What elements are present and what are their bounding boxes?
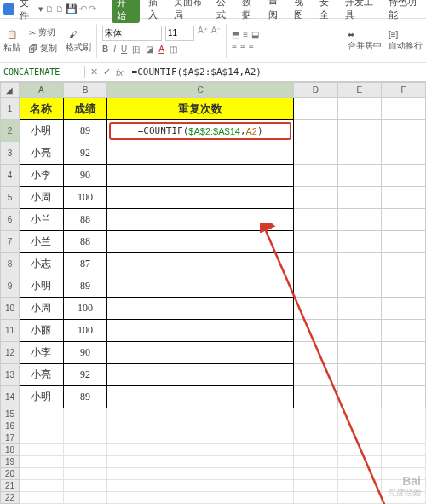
cell[interactable] <box>63 468 107 480</box>
cell[interactable] <box>19 468 63 480</box>
cell[interactable] <box>19 408 63 420</box>
row-header[interactable]: 1 <box>1 98 20 120</box>
cell[interactable]: 89 <box>63 120 107 142</box>
cell[interactable] <box>107 165 294 187</box>
cell[interactable]: 92 <box>63 364 107 386</box>
cell[interactable] <box>382 120 426 142</box>
row-header[interactable]: 4 <box>1 165 20 187</box>
file-menu[interactable]: 文件 ▾ <box>20 0 43 22</box>
cell[interactable] <box>382 275 426 298</box>
align-center-icon[interactable]: ≡ <box>240 43 245 52</box>
cell[interactable] <box>293 408 337 420</box>
active-cell[interactable]: =COUNTIF($A$2:$A$14,A2) <box>107 120 294 142</box>
italic-icon[interactable]: I <box>113 44 116 56</box>
cell[interactable] <box>63 420 107 432</box>
cell[interactable] <box>107 364 294 386</box>
row-header[interactable]: 10 <box>1 298 20 320</box>
cell[interactable]: 89 <box>63 275 107 298</box>
border-icon[interactable]: ◫ <box>170 44 177 56</box>
cell[interactable]: 小明 <box>19 386 63 408</box>
tab-5[interactable]: 审阅 <box>268 0 285 23</box>
row-header[interactable]: 21 <box>1 480 20 492</box>
cell[interactable] <box>337 432 382 444</box>
cell[interactable] <box>293 364 337 386</box>
decrease-font-icon[interactable]: A⁻ <box>211 26 222 41</box>
cell[interactable] <box>293 298 337 320</box>
merge-center-button[interactable]: ⬌ 合并居中 <box>348 30 382 52</box>
cell[interactable] <box>107 480 294 492</box>
cell[interactable] <box>107 187 294 209</box>
cell[interactable]: 小明 <box>19 120 63 142</box>
cell[interactable]: 90 <box>63 165 107 187</box>
cell[interactable] <box>382 456 426 468</box>
col-header-c[interactable]: C <box>107 83 294 98</box>
align-top-icon[interactable]: ⬒ <box>232 30 239 39</box>
cell[interactable] <box>63 408 107 420</box>
cell[interactable] <box>337 120 382 142</box>
cell[interactable] <box>337 364 382 386</box>
cell[interactable] <box>337 386 382 408</box>
accept-formula-icon[interactable]: ✓ <box>103 67 111 78</box>
font-name-select[interactable] <box>102 26 162 41</box>
cell[interactable] <box>19 432 63 444</box>
cell[interactable] <box>382 444 426 456</box>
col-header-a[interactable]: A <box>19 83 63 98</box>
cell[interactable] <box>337 187 382 209</box>
prev-doc-icon[interactable]: 🗋 <box>45 4 54 14</box>
cell[interactable] <box>337 420 382 432</box>
cell[interactable] <box>382 342 426 364</box>
cell[interactable] <box>107 231 294 253</box>
cell[interactable] <box>293 342 337 364</box>
copy-button[interactable]: 🗐复制 <box>26 41 60 56</box>
wrap-text-button[interactable]: [≡] 自动换行 <box>389 30 423 52</box>
fill-color-icon[interactable]: ◪ <box>146 44 153 56</box>
cell[interactable] <box>63 456 107 468</box>
row-header[interactable]: 19 <box>1 456 20 468</box>
cell[interactable] <box>63 432 107 444</box>
cell[interactable] <box>293 209 337 231</box>
cell[interactable] <box>337 209 382 231</box>
cell[interactable] <box>293 320 337 342</box>
row-header[interactable]: 15 <box>1 408 20 420</box>
row-header[interactable]: 6 <box>1 209 20 231</box>
cell[interactable]: 87 <box>63 253 107 275</box>
row-header[interactable]: 7 <box>1 231 20 253</box>
cell[interactable] <box>107 444 294 456</box>
cell[interactable] <box>337 142 382 165</box>
cell[interactable]: 小亮 <box>19 142 63 165</box>
next-doc-icon[interactable]: 🗋 <box>55 4 64 14</box>
cell[interactable] <box>107 320 294 342</box>
row-header[interactable]: 11 <box>1 320 20 342</box>
align-bottom-icon[interactable]: ⬓ <box>251 30 259 39</box>
row-header[interactable]: 8 <box>1 253 20 275</box>
cell[interactable]: 名称 <box>19 98 63 120</box>
cell[interactable] <box>382 298 426 320</box>
select-all-corner[interactable]: ◢ <box>1 83 20 98</box>
cell[interactable] <box>382 98 426 120</box>
cell[interactable] <box>382 432 426 444</box>
cell[interactable]: 小李 <box>19 165 63 187</box>
cell[interactable] <box>382 165 426 187</box>
cell[interactable]: 90 <box>63 342 107 364</box>
cell[interactable] <box>293 142 337 165</box>
row-header[interactable]: 14 <box>1 386 20 408</box>
row-header[interactable]: 3 <box>1 142 20 165</box>
cell[interactable] <box>382 187 426 209</box>
tab-2[interactable]: 页面布局 <box>174 0 208 23</box>
cell[interactable] <box>293 420 337 432</box>
cell[interactable] <box>107 468 294 480</box>
cell[interactable] <box>293 253 337 275</box>
col-header-e[interactable]: E <box>337 83 382 98</box>
cell[interactable] <box>293 165 337 187</box>
align-right-icon[interactable]: ≡ <box>249 43 254 52</box>
cell[interactable]: 92 <box>63 142 107 165</box>
col-header-f[interactable]: F <box>382 83 426 98</box>
cell[interactable] <box>107 492 294 504</box>
formula-input[interactable]: =COUNTIF($A$2:$A$14,A2) <box>129 65 426 79</box>
cell[interactable] <box>337 231 382 253</box>
cell[interactable] <box>337 165 382 187</box>
cell[interactable]: 88 <box>63 231 107 253</box>
cell[interactable] <box>382 364 426 386</box>
tab-9[interactable]: 特色功能 <box>389 0 423 23</box>
paste-button[interactable]: 📋 <box>3 28 20 41</box>
